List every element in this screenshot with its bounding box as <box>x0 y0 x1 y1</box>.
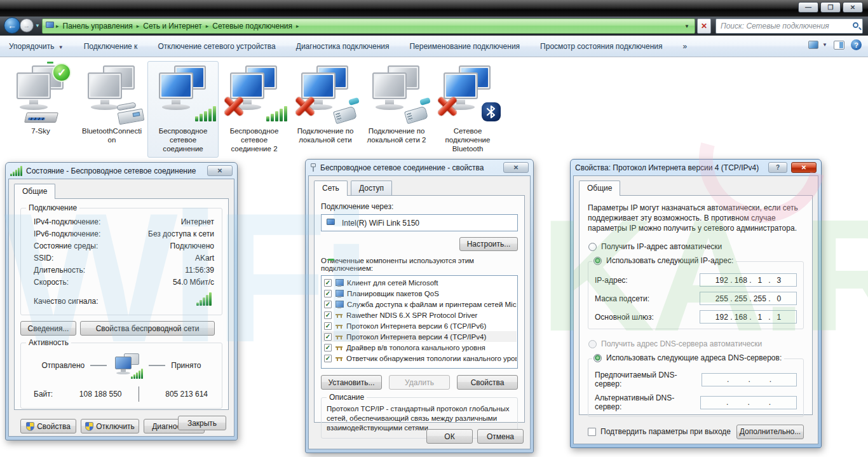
component-item[interactable]: ✓Rawether NDIS 6.X SPR Protocol Driver <box>322 310 517 320</box>
component-item[interactable]: ✓Планировщик пакетов QoS <box>322 288 517 299</box>
organize-menu[interactable]: Упорядочить ▼ <box>0 38 74 55</box>
restore-button[interactable]: ❐ <box>820 2 841 13</box>
views-button[interactable]: ▼ <box>808 41 827 49</box>
checkbox-checked-icon[interactable]: ✓ <box>324 290 332 297</box>
view-status-button[interactable]: Просмотр состояния подключения <box>530 38 672 55</box>
component-item[interactable]: ✓Ответчик обнаружения топологии канально… <box>322 353 517 364</box>
signal-quality-row: Качество сигнала: <box>25 289 218 311</box>
breadcrumb-item-control-panel[interactable]: Панель управления <box>60 22 136 31</box>
tab-general[interactable]: Общие <box>14 184 55 199</box>
tcpip-titlebar[interactable]: Свойства: Протокол Интернета версии 4 (T… <box>573 160 818 175</box>
tab-sharing[interactable]: Доступ <box>351 181 392 195</box>
preferred-dns-field[interactable]: . . . <box>702 373 797 386</box>
dialog-title: Беспроводное сетевое соединение - свойст… <box>320 163 484 172</box>
wireless-properties-button[interactable]: Свойства беспроводной сети <box>80 321 215 336</box>
activity-group: Активность Отправлено Принято Байт: 108 … <box>20 343 222 409</box>
checkbox-checked-icon[interactable]: ✓ <box>324 279 332 287</box>
checkbox-checked-icon[interactable]: ✓ <box>324 311 332 319</box>
component-item[interactable]: ✓Драйвер в/в тополога канального уровня <box>322 342 517 353</box>
checkbox-checked-icon[interactable]: ✓ <box>324 355 332 362</box>
adapter-field[interactable]: Intel(R) WiFi Link 5150 <box>321 214 518 231</box>
forward-button[interactable]: → <box>20 18 34 32</box>
properties-button[interactable]: Свойства <box>20 419 76 433</box>
disconnected-x-icon <box>221 93 247 119</box>
install-button[interactable]: Установить... <box>321 375 382 390</box>
recent-pages-dropdown-icon[interactable]: ▼ <box>35 23 40 29</box>
rename-connection-button[interactable]: Переименование подключения <box>399 38 530 55</box>
connection-bluetooth-network[interactable]: Сетевое подключение Bluetooth <box>432 61 503 158</box>
checkbox-checked-icon[interactable]: ✓ <box>324 344 332 351</box>
radio-auto-ip[interactable] <box>588 243 597 251</box>
radio-auto-dns-label: Получить адрес DNS-сервера автоматически <box>601 339 762 348</box>
connect-to-button[interactable]: Подключение к <box>74 38 148 55</box>
radio-manual-ip[interactable] <box>593 257 602 265</box>
back-arrow-icon: ← <box>8 20 17 31</box>
breadcrumb[interactable]: ▸ Панель управления ▸ Сеть и Интернет ▸ … <box>42 18 695 34</box>
breadcrumb-item-network-internet[interactable]: Сеть и Интернет <box>140 22 205 31</box>
ip-address-field[interactable]: 192 . 168 . 1 . 3 <box>700 273 797 287</box>
disable-device-button[interactable]: Отключение сетевого устройства <box>147 38 285 55</box>
radio-manual-dns[interactable] <box>593 354 602 362</box>
connection-wireless-2[interactable]: Беспроводное сетевое соединение 2 <box>219 61 290 158</box>
status-dialog-titlebar[interactable]: Состояние - Беспроводное сетевое соедине… <box>8 163 234 179</box>
checkbox-checked-icon[interactable]: ✓ <box>324 333 332 341</box>
connection-bluetoothconnection[interactable]: BluetoothConnection <box>76 61 147 158</box>
ok-button[interactable]: ОК <box>426 429 473 444</box>
dialog-close-button[interactable]: ✕ <box>503 162 529 173</box>
dialog-close-button[interactable]: ✕ <box>791 162 817 173</box>
service-icon <box>335 301 344 308</box>
service-icon <box>335 290 344 297</box>
components-label: Отмеченные компоненты используются этим … <box>321 257 518 272</box>
component-item-tcpipv4[interactable]: ✓Протокол Интернета версии 4 (TCP/IPv4) <box>322 331 517 342</box>
dialog-close-button[interactable]: ✕ <box>207 165 233 176</box>
component-item[interactable]: ✓Клиент для сетей Microsoft <box>322 277 517 288</box>
validate-checkbox[interactable] <box>588 428 596 436</box>
configure-button[interactable]: Настроить... <box>459 237 518 251</box>
details-button[interactable]: Сведения... <box>20 321 76 336</box>
stop-refresh-button[interactable]: ✕ <box>697 18 711 34</box>
preview-pane-button[interactable] <box>834 41 844 50</box>
components-list[interactable]: ✓Клиент для сетей Microsoft ✓Планировщик… <box>321 275 518 369</box>
window-titlebar: — ❐ ✕ <box>0 0 868 17</box>
group-caption: Подключение <box>26 203 79 212</box>
uac-shield-icon <box>85 422 93 431</box>
wifi-properties-titlebar[interactable]: Беспроводное сетевое соединение - свойст… <box>308 160 531 175</box>
bluetooth-icon <box>482 102 501 121</box>
back-button[interactable]: ← <box>4 17 20 34</box>
tab-general[interactable]: Общие <box>579 181 620 196</box>
tab-network[interactable]: Сеть <box>314 181 348 196</box>
checkbox-checked-icon[interactable]: ✓ <box>324 301 332 308</box>
disconnected-x-icon <box>435 93 460 119</box>
toolbar-overflow-chevron[interactable]: » <box>673 38 698 55</box>
component-properties-button[interactable]: Свойства <box>457 375 518 390</box>
breadcrumb-item-network-connections[interactable]: Сетевые подключения <box>209 22 295 31</box>
component-item[interactable]: ✓Служба доступа к файлам и принтерам сет… <box>322 299 517 310</box>
connection-lan-2[interactable]: Подключение по локальной сети 2 <box>361 61 432 158</box>
advanced-button[interactable]: Дополнительно... <box>736 425 804 439</box>
gateway-field[interactable]: 192 . 168 . 1 . 1 <box>700 310 797 324</box>
connection-wireless-1[interactable]: Беспроводное сетевое соединение <box>147 61 219 158</box>
close-dialog-button[interactable]: Закрыть <box>178 416 226 430</box>
dialup-icon <box>80 64 144 123</box>
checkbox-checked-icon[interactable]: ✓ <box>324 322 332 330</box>
close-button[interactable]: ✕ <box>843 2 863 13</box>
search-input[interactable] <box>716 19 862 33</box>
connection-name: 7-Sky <box>7 126 74 135</box>
client-icon <box>335 279 344 287</box>
connection-properties-icon <box>310 163 316 172</box>
help-button[interactable]: ? <box>851 39 862 50</box>
minimize-button[interactable]: — <box>798 2 818 13</box>
subnet-mask-field[interactable]: 255 . 255 . 255 . 0 <box>700 292 797 305</box>
component-item[interactable]: ✓Протокол Интернета версии 6 (TCP/IPv6) <box>322 320 517 331</box>
address-dropdown-icon[interactable]: ▼ <box>684 24 692 29</box>
disable-button[interactable]: Отключить <box>81 419 139 433</box>
chevron-down-icon: ▼ <box>820 42 827 48</box>
cancel-button[interactable]: Отмена <box>477 429 524 444</box>
connection-7sky[interactable]: ✓ 7-Sky <box>5 61 76 158</box>
radio-auto-ip-label: Получить IP-адрес автоматически <box>601 242 722 251</box>
search-box <box>715 18 863 34</box>
dialog-help-button[interactable]: ? <box>768 162 787 173</box>
alternate-dns-field[interactable]: . . . <box>700 396 797 409</box>
connection-lan-1[interactable]: Подключение по локальной сети <box>290 61 361 158</box>
diagnose-connection-button[interactable]: Диагностика подключения <box>286 38 400 55</box>
